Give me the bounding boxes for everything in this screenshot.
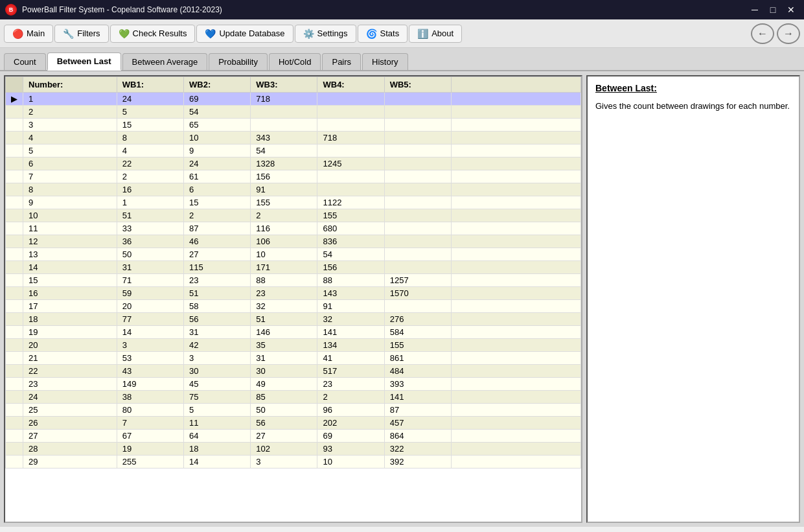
menu-bar: 🔴 Main 🔧 Filters 💚 Check Results 💙 Updat… — [0, 19, 804, 48]
table-row[interactable]: 11 33 87 116 680 — [6, 222, 581, 235]
tab-between-last[interactable]: Between Last — [47, 52, 121, 71]
tab-hot-cold[interactable]: Hot/Cold — [269, 53, 321, 70]
row-arrow — [6, 443, 23, 456]
cell-number: 8 — [23, 183, 117, 196]
cell-wb5: 1570 — [384, 287, 451, 300]
cell-number: 16 — [23, 287, 117, 300]
menu-label-main: Main — [27, 29, 45, 38]
table-row[interactable]: 13 50 27 10 54 — [6, 248, 581, 261]
menu-label-update-database: Update Database — [219, 29, 284, 38]
cell-wb3: 91 — [251, 183, 317, 196]
table-row[interactable]: 6 22 24 1328 1245 — [6, 157, 581, 170]
th-wb1: WB1: — [117, 77, 183, 93]
cell-wb2: 54 — [184, 106, 251, 119]
table-row[interactable]: 18 77 56 51 32 276 — [6, 313, 581, 326]
cell-number: 28 — [23, 443, 117, 456]
data-table: Number: WB1: WB2: WB3: WB4: WB5: ▶ 1 24 … — [5, 76, 581, 468]
table-scroll[interactable]: Number: WB1: WB2: WB3: WB4: WB5: ▶ 1 24 … — [5, 76, 581, 522]
cell-number: 6 — [23, 157, 117, 170]
table-row[interactable]: 27 67 64 27 69 864 — [6, 430, 581, 443]
tab-probability[interactable]: Probability — [209, 53, 268, 70]
table-row[interactable]: 10 51 2 2 155 — [6, 209, 581, 222]
cell-wb4: 143 — [317, 287, 384, 300]
cell-number: 20 — [23, 339, 117, 352]
table-row[interactable]: 19 14 31 146 141 584 — [6, 326, 581, 339]
menu-item-main[interactable]: 🔴 Main — [4, 25, 53, 43]
table-row[interactable]: 9 1 15 155 1122 — [6, 196, 581, 209]
menu-item-check-results[interactable]: 💚 Check Results — [110, 25, 196, 43]
cell-wb1: 38 — [117, 391, 183, 404]
cell-wb2: 61 — [184, 170, 251, 183]
cell-wb5: 87 — [384, 404, 451, 417]
cell-wb3: 2 — [251, 209, 317, 222]
table-row[interactable]: 7 2 61 156 — [6, 170, 581, 183]
cell-wb1: 80 — [117, 404, 183, 417]
cell-spacer — [452, 326, 581, 339]
table-row[interactable]: 15 71 23 88 88 1257 — [6, 274, 581, 287]
maximize-button[interactable]: □ — [765, 3, 781, 16]
table-row[interactable]: ▶ 1 24 69 718 — [6, 93, 581, 106]
table-row[interactable]: 4 8 10 343 718 — [6, 132, 581, 145]
table-row[interactable]: 12 36 46 106 836 — [6, 235, 581, 248]
cell-number: 10 — [23, 209, 117, 222]
cell-wb5: 141 — [384, 391, 451, 404]
filters-icon: 🔧 — [63, 29, 74, 39]
title-bar-controls: ─ □ ✕ — [747, 3, 799, 16]
row-arrow — [6, 261, 23, 274]
cell-wb5 — [384, 93, 451, 106]
cell-wb4: 1245 — [317, 157, 384, 170]
row-arrow — [6, 132, 23, 145]
row-arrow — [6, 274, 23, 287]
app-logo: B — [5, 4, 17, 16]
table-row[interactable]: 8 16 6 91 — [6, 183, 581, 196]
cell-wb1: 31 — [117, 261, 183, 274]
cell-wb2: 18 — [184, 443, 251, 456]
table-row[interactable]: 16 59 51 23 143 1570 — [6, 287, 581, 300]
back-button[interactable]: ← — [751, 23, 774, 44]
menu-item-about[interactable]: ℹ️ About — [409, 25, 462, 43]
row-arrow — [6, 456, 23, 468]
table-row[interactable]: 28 19 18 102 93 322 — [6, 443, 581, 456]
cell-wb3: 116 — [251, 222, 317, 235]
row-arrow — [6, 339, 23, 352]
table-row[interactable]: 26 7 11 56 202 457 — [6, 417, 581, 430]
cell-wb2: 14 — [184, 456, 251, 468]
cell-wb2: 24 — [184, 157, 251, 170]
cell-wb2: 115 — [184, 261, 251, 274]
forward-button[interactable]: → — [777, 23, 800, 44]
tab-count[interactable]: Count — [4, 53, 46, 70]
table-row[interactable]: 21 53 3 31 41 861 — [6, 352, 581, 365]
close-button[interactable]: ✕ — [783, 3, 799, 16]
cell-number: 4 — [23, 132, 117, 145]
cell-wb1: 15 — [117, 119, 183, 132]
update-database-icon: 💙 — [205, 29, 216, 39]
menu-item-settings[interactable]: ⚙️ Settings — [295, 25, 356, 43]
table-row[interactable]: 22 43 30 30 517 484 — [6, 365, 581, 378]
cell-wb5 — [384, 261, 451, 274]
minimize-button[interactable]: ─ — [747, 3, 763, 16]
table-row[interactable]: 17 20 58 32 91 — [6, 300, 581, 313]
table-row[interactable]: 2 5 54 — [6, 106, 581, 119]
cell-spacer — [452, 287, 581, 300]
table-row[interactable]: 23 149 45 49 23 393 — [6, 378, 581, 391]
tab-history[interactable]: History — [362, 53, 408, 70]
menu-label-stats: Stats — [380, 29, 400, 38]
cell-wb2: 23 — [184, 274, 251, 287]
table-row[interactable]: 20 3 42 35 134 155 — [6, 339, 581, 352]
table-row[interactable]: 25 80 5 50 96 87 — [6, 404, 581, 417]
menu-item-filters[interactable]: 🔧 Filters — [54, 25, 108, 43]
tab-pairs[interactable]: Pairs — [322, 53, 361, 70]
cell-spacer — [452, 456, 581, 468]
table-row[interactable]: 24 38 75 85 2 141 — [6, 391, 581, 404]
table-row[interactable]: 5 4 9 54 — [6, 145, 581, 157]
cell-number: 25 — [23, 404, 117, 417]
cell-spacer — [452, 119, 581, 132]
menu-item-update-database[interactable]: 💙 Update Database — [196, 25, 293, 43]
table-row[interactable]: 3 15 65 — [6, 119, 581, 132]
cell-number: 19 — [23, 326, 117, 339]
menu-item-stats[interactable]: 🌀 Stats — [358, 25, 408, 43]
tab-between-average[interactable]: Between Average — [122, 53, 208, 70]
cell-wb1: 1 — [117, 196, 183, 209]
table-row[interactable]: 14 31 115 171 156 — [6, 261, 581, 274]
table-row[interactable]: 29 255 14 3 10 392 — [6, 456, 581, 468]
